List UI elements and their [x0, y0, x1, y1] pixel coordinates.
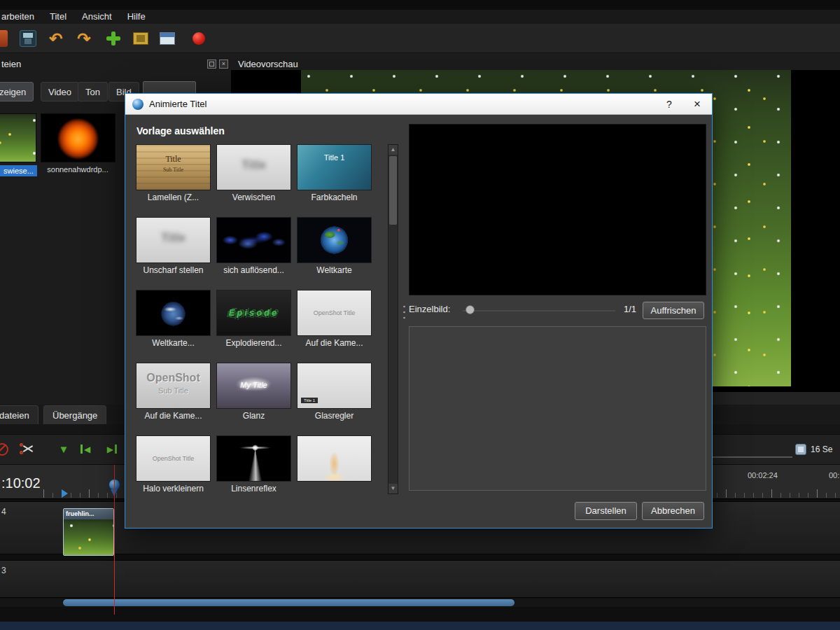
snapping-icon[interactable] — [0, 442, 10, 457]
template-thumbnail[interactable]: Title — [216, 144, 291, 190]
float-panel-icon[interactable] — [207, 59, 216, 69]
tab-project-files[interactable]: dateien — [0, 405, 38, 424]
project-file-thumbnail-meadow[interactable] — [0, 113, 36, 162]
menu-ansicht[interactable]: Ansicht — [74, 10, 120, 24]
timeline-scrollbar-thumb[interactable] — [63, 599, 514, 606]
tab-transitions[interactable]: Übergänge — [43, 405, 106, 424]
template-item[interactable]: My TitleGlanz — [216, 363, 291, 435]
template-thumb-text: OpenShot — [136, 372, 210, 384]
template-label: Linsenreflex — [216, 484, 291, 494]
template-item[interactable]: Weltkarte... — [136, 290, 211, 363]
template-thumb-subtext: Sub Title — [136, 386, 210, 395]
dialog-titlebar[interactable]: Animierte Titel ? × — [125, 94, 712, 115]
undo-icon[interactable]: ↶ — [48, 30, 64, 47]
template-thumbnail[interactable]: My Title — [216, 363, 291, 409]
template-thumbnail[interactable] — [297, 435, 372, 482]
save-icon[interactable] — [20, 30, 36, 47]
scrollbar-thumb[interactable] — [389, 156, 397, 225]
template-label: Auf die Kame... — [297, 338, 372, 349]
template-label: Glasregler — [297, 411, 372, 421]
track-number: 4 — [1, 507, 6, 517]
template-label: Explodierend... — [216, 338, 291, 349]
timeline-clip[interactable]: fruehlin... — [63, 508, 114, 556]
template-item[interactable]: Title 1Farbkacheln — [297, 144, 372, 217]
template-item[interactable]: Weltkarte — [297, 217, 372, 290]
redo-icon[interactable]: ↷ — [76, 30, 92, 47]
track-lane[interactable]: 3 — [0, 560, 840, 598]
record-icon[interactable] — [192, 32, 205, 45]
template-item[interactable]: Linsenreflex — [216, 435, 291, 494]
frame-slider-groove[interactable] — [463, 310, 615, 312]
template-thumbnail[interactable] — [297, 217, 372, 263]
marker-bar — [80, 444, 83, 454]
scroll-down-icon[interactable]: ▼ — [388, 484, 398, 493]
template-label — [297, 484, 372, 494]
template-thumb-text: Title — [136, 154, 210, 164]
template-item[interactable]: Title 1Glasregler — [297, 363, 372, 435]
help-button[interactable]: ? — [656, 94, 682, 115]
template-item[interactable]: OpenShotSub TitleAuf die Kame... — [136, 363, 211, 435]
render-button[interactable]: Darstellen — [575, 502, 637, 520]
template-thumbnail[interactable]: OpenShot Title — [136, 435, 211, 482]
title-icon[interactable] — [133, 32, 148, 45]
tab-video[interactable]: Video — [41, 82, 79, 102]
template-thumbnail[interactable]: Title 1 — [297, 144, 372, 190]
ruler-time-label: 00:02:24 — [748, 471, 778, 479]
template-item[interactable]: TitleUnscharf stellen — [136, 217, 211, 290]
zoom-scale-label: 16 Se — [811, 444, 832, 454]
template-thumbnail[interactable]: TitleSub Title — [136, 144, 211, 190]
template-item[interactable]: sich auflösend... — [216, 217, 291, 290]
menu-titel[interactable]: Titel — [42, 10, 74, 24]
template-item[interactable] — [297, 435, 372, 494]
template-thumbnail[interactable] — [216, 435, 291, 482]
template-thumbnail[interactable] — [136, 290, 211, 336]
template-label: Auf die Kame... — [136, 411, 211, 421]
menu-bearbeiten[interactable]: arbeiten — [0, 10, 42, 24]
template-item[interactable]: OpenShot TitleHalo verkleinern — [136, 435, 211, 494]
frame-slider-handle[interactable] — [465, 305, 475, 314]
new-project-icon[interactable] — [0, 30, 8, 47]
splitter-handle[interactable] — [402, 304, 406, 322]
template-thumbnail[interactable]: Episode — [216, 290, 291, 336]
zoom-slider[interactable] — [713, 456, 792, 458]
project-file-label-selected[interactable]: swiese... — [0, 165, 37, 176]
tab-audio[interactable]: Ton — [78, 82, 108, 102]
menubar: arbeiten Titel Ansicht Hilfe — [0, 10, 840, 24]
project-file-thumbnail-sun[interactable] — [41, 113, 115, 162]
add-media-icon[interactable] — [105, 30, 122, 47]
close-panel-icon[interactable]: × — [219, 59, 228, 69]
template-label: sich auflösend... — [216, 265, 291, 276]
animated-titles-dialog: Animierte Titel ? × Vorlage auswählen Ti… — [125, 93, 713, 528]
template-item[interactable]: OpenShot TitleAuf die Kame... — [297, 290, 372, 363]
refresh-button[interactable]: Auffrischen — [643, 302, 704, 319]
razor-handle — [20, 443, 23, 447]
ruler-time-label: 00: — [829, 471, 840, 479]
next-marker-icon[interactable]: ▶ — [104, 442, 119, 457]
close-button[interactable]: × — [684, 94, 710, 115]
tab-show-all[interactable]: zeigen — [0, 82, 34, 102]
timeline-scrollbar-track[interactable] — [0, 598, 840, 607]
clip-title: fruehlin... — [64, 509, 113, 519]
plus-bar — [111, 31, 115, 46]
export-profile-icon[interactable] — [160, 32, 175, 45]
add-marker-icon[interactable]: ▼ — [56, 442, 71, 457]
template-label: Farbkacheln — [297, 192, 372, 203]
template-item[interactable]: TitleVerwischen — [216, 144, 291, 217]
project-files-panel-title: teien — [1, 59, 21, 69]
template-item[interactable]: EpisodeExplodierend... — [216, 290, 291, 363]
template-thumbnail[interactable]: OpenShot Title — [297, 290, 372, 336]
scroll-up-icon[interactable]: ▲ — [388, 145, 398, 155]
cancel-button[interactable]: Abbrechen — [642, 502, 704, 520]
menu-hilfe[interactable]: Hilfe — [120, 10, 153, 24]
playhead-line[interactable] — [114, 465, 115, 615]
template-scrollbar[interactable]: ▲ ▼ — [388, 144, 398, 494]
playhead-time-display: :10:02 — [1, 475, 41, 491]
razor-icon[interactable] — [20, 442, 35, 457]
template-thumb-text: Title 1 — [298, 153, 371, 162]
template-item[interactable]: TitleSub TitleLamellen (Z... — [136, 144, 211, 217]
template-thumbnail[interactable]: OpenShotSub Title — [136, 363, 211, 409]
template-thumbnail[interactable]: Title — [136, 217, 211, 263]
template-thumbnail[interactable] — [216, 217, 291, 263]
previous-marker-icon[interactable]: ◀ — [78, 442, 94, 457]
template-thumbnail[interactable]: Title 1 — [297, 363, 372, 409]
